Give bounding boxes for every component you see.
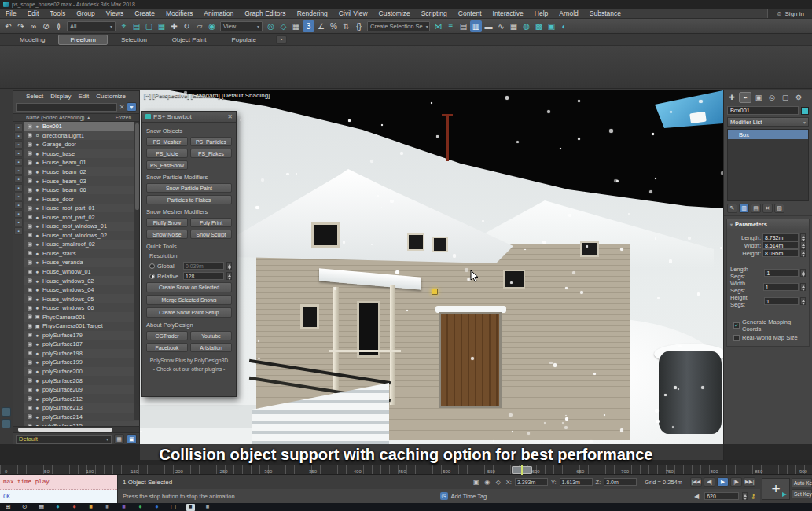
menu-item[interactable]: Customize <box>373 9 416 17</box>
visibility-eye-icon[interactable] <box>28 414 32 419</box>
visibility-eye-icon[interactable] <box>28 215 32 219</box>
menu-item[interactable]: Substance <box>584 9 626 17</box>
screenshot-frame-icon[interactable]: ▢ <box>170 504 177 511</box>
spinner-control[interactable] <box>800 249 806 257</box>
display-tab[interactable]: ▢ <box>779 92 792 103</box>
edge-icon[interactable]: ● <box>54 504 61 511</box>
filter-icon[interactable]: ▼ <box>127 102 137 112</box>
remove-modifier-icon[interactable]: ✕ <box>762 204 773 213</box>
explorer-tool-icon[interactable]: ▪ <box>14 175 23 183</box>
ribbon-tab[interactable]: Object Paint <box>160 35 219 45</box>
explorer-tool-icon[interactable]: ▪ <box>14 141 23 149</box>
selection-filter-dropdown[interactable]: All▾ <box>67 21 116 31</box>
curve-editor-icon[interactable]: ∿ <box>495 20 507 32</box>
ribbon-tab[interactable]: Populate <box>219 35 268 45</box>
modify-tab[interactable]: ⌁ <box>739 92 751 103</box>
object-row[interactable]: ● House_beam_03 <box>24 176 139 186</box>
visibility-eye-icon[interactable] <box>28 142 32 147</box>
visibility-eye-icon[interactable] <box>28 351 32 355</box>
visibility-eye-icon[interactable] <box>28 333 32 337</box>
set-key-button[interactable]: Set Key <box>792 489 812 498</box>
select-and-move-icon[interactable]: ✚ <box>168 20 180 32</box>
y-coordinate-field[interactable]: 1.613m <box>560 478 593 486</box>
scene-explorer-toggle-icon[interactable]: ▥ <box>470 20 482 32</box>
unlink-selection-icon[interactable]: ⊘ <box>40 20 52 32</box>
spotify-icon[interactable]: ● <box>137 504 144 511</box>
go-to-start-button[interactable]: |◀◀ <box>690 477 702 487</box>
menu-item[interactable]: Animation <box>198 9 239 17</box>
close-icon[interactable]: ✕ <box>227 113 233 120</box>
mesher-modifier-button[interactable]: Snow Noise <box>146 230 188 239</box>
viewport-label[interactable]: [+] [Perspective] [Standard] [Default Sh… <box>144 92 270 99</box>
explorer-tool-icon[interactable]: ▪ <box>14 201 23 209</box>
explorer-tool-icon[interactable]: ▪ <box>14 219 23 226</box>
auto-key-button[interactable]: Auto Key <box>792 478 812 487</box>
visibility-eye-icon[interactable] <box>28 251 32 256</box>
menu-item[interactable]: Rendering <box>292 9 333 17</box>
maxscript-mini-listener[interactable]: max time play OK <box>0 475 118 503</box>
object-row[interactable]: ● House_beam_06 <box>24 186 139 195</box>
tray-app-icon[interactable]: ■ <box>204 504 211 511</box>
object-row[interactable]: ● House_window_01 <box>24 267 139 277</box>
menu-item[interactable]: Edit <box>22 9 45 17</box>
menu-item[interactable]: Arnold <box>553 9 584 17</box>
previous-frame-button[interactable]: ◀| <box>704 477 715 487</box>
x-coordinate-field[interactable]: 3.393m <box>515 478 548 486</box>
parameter-value-field[interactable]: 8.095m <box>762 249 799 257</box>
object-row[interactable]: ● polySurface200 <box>24 367 139 377</box>
rollout-header[interactable]: ▾ Parameters <box>727 219 809 229</box>
display-preset-dropdown[interactable]: Default▾ <box>16 435 112 444</box>
quick-tool-button[interactable]: Merge Selected Snows <box>146 295 232 305</box>
object-row[interactable]: ● House_beam_02 <box>24 167 139 177</box>
selection-lock-icon[interactable]: ◉ <box>483 478 492 487</box>
object-row[interactable]: ● House_stairs <box>24 249 139 259</box>
menu-item[interactable]: Views <box>101 9 130 17</box>
global-value-field[interactable]: 0.039m <box>183 262 224 270</box>
mesher-modifier-button[interactable]: Fluffy Snow <box>146 218 188 227</box>
relative-value-field[interactable]: 128 <box>183 272 224 280</box>
about-link-button[interactable]: Youtube <box>190 331 232 340</box>
object-row[interactable]: ● polySurface214 <box>24 413 139 422</box>
polysnow-title-bar[interactable]: PS+ Snowbot ✕ <box>142 112 236 123</box>
visibility-eye-icon[interactable] <box>28 288 32 292</box>
menu-item[interactable]: Content <box>453 9 487 17</box>
object-row[interactable]: ● House_windows_04 <box>24 285 139 295</box>
scrollbar-thumb[interactable] <box>135 123 139 210</box>
menu-item[interactable]: Graph Editors <box>239 9 291 17</box>
menu-item[interactable]: Tools <box>44 9 71 17</box>
side-tool-button[interactable] <box>2 419 11 428</box>
file-explorer-icon[interactable]: ■ <box>87 504 94 511</box>
snow-object-button[interactable]: PS_Flakes <box>190 149 232 158</box>
visibility-eye-icon[interactable] <box>28 188 32 193</box>
spinner-control[interactable] <box>742 492 748 500</box>
visibility-eye-icon[interactable] <box>28 233 32 237</box>
frozen-column-header[interactable]: Frozen <box>116 115 138 120</box>
quick-tool-button[interactable]: Create Snow Paint Setup <box>146 307 232 318</box>
visibility-eye-icon[interactable] <box>28 296 32 301</box>
visibility-eye-icon[interactable] <box>28 197 32 201</box>
show-end-result-icon[interactable]: ▥ <box>739 204 749 213</box>
explorer-tool-icon[interactable]: ▪ <box>14 123 23 131</box>
object-row[interactable]: ● House_roof_part_02 <box>24 212 139 222</box>
parameter-value-field[interactable]: 8.514m <box>762 241 799 249</box>
window-crossing-icon[interactable]: ▦ <box>156 20 167 32</box>
visibility-eye-icon[interactable] <box>28 324 32 329</box>
visibility-eye-icon[interactable] <box>28 342 32 347</box>
snaps-toggle-icon[interactable]: 3 <box>303 20 314 32</box>
visibility-eye-icon[interactable] <box>28 406 32 410</box>
visibility-eye-icon[interactable] <box>28 206 32 211</box>
name-column-header[interactable]: Name (Sorted Ascending) <box>26 115 84 120</box>
visibility-eye-icon[interactable] <box>28 124 32 129</box>
explorer-tool-icon[interactable]: ▪ <box>14 132 23 140</box>
snow-object-button[interactable]: PS_Mesher <box>146 137 188 146</box>
select-and-link-icon[interactable]: ∞ <box>28 20 39 32</box>
explorer-tool-icon[interactable]: ▪ <box>14 184 23 192</box>
visibility-eye-icon[interactable] <box>28 270 32 274</box>
pan-navigation-button[interactable]: + <box>762 478 790 500</box>
object-row[interactable]: ● House_windows_02 <box>24 276 139 285</box>
visibility-eye-icon[interactable] <box>28 388 32 392</box>
spinner-control[interactable] <box>800 297 806 305</box>
explorer-menu-item[interactable]: Customize <box>93 93 129 100</box>
mirror-icon[interactable]: ⋈ <box>432 20 444 32</box>
use-pivot-center-icon[interactable]: ◎ <box>265 20 277 32</box>
